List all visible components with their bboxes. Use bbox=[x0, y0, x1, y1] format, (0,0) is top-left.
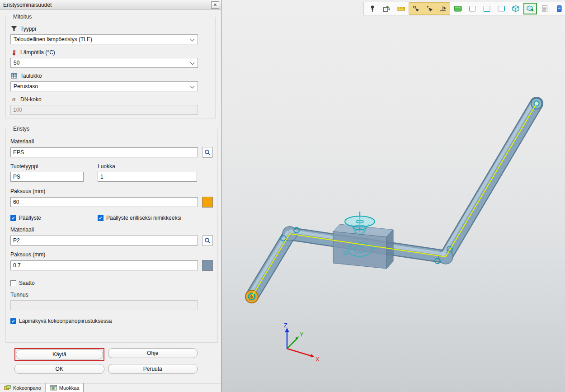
tab-kokoonpano[interactable]: Kokoonpano bbox=[0, 383, 46, 392]
insulation-color-swatch[interactable] bbox=[202, 197, 213, 208]
group-mitoitus-label: Mitoitus bbox=[11, 14, 33, 20]
face-view-3-icon[interactable] bbox=[494, 3, 508, 14]
chevron-down-icon bbox=[190, 84, 195, 89]
3d-viewport[interactable]: Z Y X bbox=[221, 0, 565, 392]
paallyste-erilliseksi-label: Päällyste erilliseksi nimikkeeksi bbox=[106, 215, 181, 221]
paallyste-checkbox[interactable]: ✓ bbox=[10, 215, 16, 221]
tyyppi-select[interactable]: Taloudellinen lämpöeristys (TLE) bbox=[10, 34, 198, 44]
saatto-label: Saatto bbox=[19, 280, 35, 286]
close-icon[interactable]: ✕ bbox=[211, 1, 219, 9]
paallyste-label: Päällyste bbox=[19, 215, 41, 221]
lampotila-label: Lämpötila (°C) bbox=[20, 49, 55, 56]
tyyppi-label: Tyyppi bbox=[20, 26, 36, 32]
dn-label: DN-koko bbox=[20, 96, 42, 103]
shaded-view-icon[interactable] bbox=[451, 3, 465, 14]
dn-label-row: ø DN-koko bbox=[10, 96, 211, 103]
lapinakyva-checkbox-row[interactable]: ✓ Läpinäkyvä kokoonpanopiirustuksessa bbox=[10, 318, 213, 324]
group-eristys-label: Eristys bbox=[11, 126, 31, 132]
snap-angle-icon[interactable] bbox=[409, 3, 423, 14]
saatto-checkbox-row[interactable]: Saatto bbox=[10, 280, 213, 286]
edit-model-icon bbox=[50, 385, 57, 391]
face-view-1-icon[interactable] bbox=[466, 3, 479, 14]
tab-muokkaa-label: Muokkaa bbox=[59, 385, 80, 391]
diameter-icon: ø bbox=[10, 96, 17, 103]
table-icon bbox=[10, 72, 17, 79]
luokka-input[interactable] bbox=[98, 172, 197, 182]
paallyste-erilliseksi-checkbox[interactable]: ✓ bbox=[98, 215, 104, 221]
taulukko-select[interactable]: Perustaso bbox=[10, 81, 198, 91]
tab-kokoonpano-label: Kokoonpano bbox=[13, 385, 41, 391]
face-view-2-icon[interactable] bbox=[480, 3, 494, 14]
paallyste-erilliseksi-checkbox-row[interactable]: ✓ Päällyste erilliseksi nimikkeeksi bbox=[98, 215, 181, 221]
paksuus-input[interactable] bbox=[10, 197, 198, 207]
tyyppi-label-row: Tyyppi bbox=[10, 25, 211, 32]
search-icon bbox=[204, 149, 211, 156]
valve-body[interactable] bbox=[333, 212, 393, 269]
luokka-label: Luokka bbox=[98, 163, 197, 170]
filter-icon bbox=[10, 25, 17, 32]
drawing-list-icon[interactable] bbox=[538, 3, 551, 14]
axis-z-label: Z bbox=[284, 322, 287, 329]
paallyste-paksuus-label: Paksuus (mm) bbox=[10, 251, 213, 258]
saatto-checkbox[interactable] bbox=[10, 280, 16, 286]
pin-icon[interactable] bbox=[365, 3, 379, 14]
snap-point-icon[interactable] bbox=[423, 3, 436, 14]
snap-toggle-group bbox=[409, 2, 450, 15]
paksuus-label: Paksuus (mm) bbox=[10, 188, 213, 194]
tyyppi-value: Taloudellinen lämpöeristys (TLE) bbox=[14, 36, 92, 43]
solid-box-icon[interactable] bbox=[509, 3, 523, 14]
lapinakyva-checkbox[interactable]: ✓ bbox=[10, 318, 16, 324]
materiaali-search-button[interactable] bbox=[202, 147, 213, 158]
tab-muokkaa[interactable]: Muokkaa bbox=[46, 383, 84, 392]
thermometer-icon bbox=[10, 49, 17, 56]
pipe-model-scene[interactable]: Z Y X bbox=[221, 0, 565, 392]
tuotetyyppi-input[interactable] bbox=[10, 172, 84, 182]
peruuta-button[interactable]: Peruuta bbox=[108, 364, 198, 374]
lampotila-value: 50 bbox=[14, 60, 19, 66]
cover-color-swatch[interactable] bbox=[202, 260, 213, 271]
group-eristys: Eristys Materiaali Tuotetyyppi Luokka Pa… bbox=[5, 126, 218, 343]
ruler-icon[interactable] bbox=[394, 3, 408, 14]
ok-button[interactable]: OK bbox=[14, 364, 104, 374]
taulukko-value: Perustaso bbox=[14, 83, 38, 90]
ohje-button[interactable]: Ohje bbox=[108, 348, 198, 358]
dialog-title: Eristysominaisuudet bbox=[3, 2, 211, 8]
paallyste-checkbox-row[interactable]: ✓ Päällyste bbox=[10, 215, 98, 221]
active-solid-tool-icon[interactable] bbox=[523, 3, 537, 14]
tuotetyyppi-label: Tuotetyyppi bbox=[10, 163, 84, 170]
assembly-icon bbox=[4, 385, 11, 391]
search-icon bbox=[204, 237, 211, 244]
lampotila-label-row: Lämpötila (°C) bbox=[10, 49, 211, 56]
group-mitoitus: Mitoitus Tyyppi Taloudellinen lämpöerist… bbox=[5, 14, 216, 118]
paallyste-materiaali-search-button[interactable] bbox=[202, 235, 213, 246]
axis-triad: Z Y X bbox=[284, 322, 320, 363]
paallyste-paksuus-input[interactable] bbox=[10, 260, 198, 270]
viewport-toolbar bbox=[363, 2, 565, 15]
tunnus-label: Tunnus bbox=[10, 292, 213, 298]
paallyste-materiaali-label: Materiaali bbox=[10, 227, 213, 233]
taulukko-label-row: Taulukko bbox=[10, 72, 211, 79]
materiaali-label: Materiaali bbox=[10, 138, 213, 145]
insulation-properties-dialog: Eristysominaisuudet ✕ Mitoitus Tyyppi Ta… bbox=[0, 0, 221, 392]
tunnus-input bbox=[10, 300, 198, 310]
snap-tangent-icon[interactable] bbox=[436, 3, 450, 14]
paallyste-materiaali-input[interactable] bbox=[10, 236, 198, 246]
materiaali-input[interactable] bbox=[10, 147, 198, 157]
chevron-down-icon bbox=[190, 37, 195, 42]
taulukko-label: Taulukko bbox=[20, 73, 42, 79]
lampotila-select[interactable]: 50 bbox=[10, 58, 198, 68]
lapinakyva-label: Läpinäkyvä kokoonpanopiirustuksessa bbox=[19, 318, 112, 324]
orbit-icon[interactable] bbox=[380, 3, 393, 14]
chevron-down-icon bbox=[190, 61, 195, 65]
dn-input bbox=[10, 105, 198, 115]
dialog-titlebar[interactable]: Eristysominaisuudet ✕ bbox=[0, 0, 221, 10]
kayta-highlight: Käytä bbox=[14, 348, 104, 361]
pipe-centerline bbox=[252, 104, 537, 297]
axis-x-label: X bbox=[315, 356, 320, 363]
axis-y-label: Y bbox=[300, 331, 304, 338]
kayta-button[interactable]: Käytä bbox=[16, 349, 103, 359]
part-library-icon[interactable] bbox=[552, 3, 565, 14]
bottom-tabbar: Kokoonpano Muokkaa bbox=[0, 383, 221, 392]
